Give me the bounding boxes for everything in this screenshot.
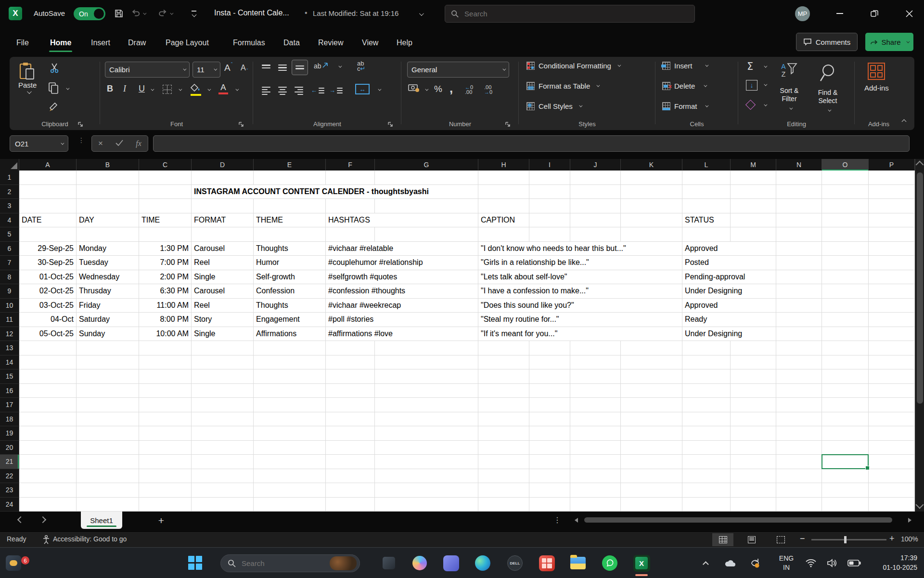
cell-I24[interactable]	[529, 498, 570, 512]
cell-M3[interactable]	[731, 199, 776, 213]
cell-E21[interactable]	[254, 455, 326, 469]
tab-data[interactable]: Data	[282, 36, 302, 50]
cell-I16[interactable]	[529, 384, 570, 398]
cell-B14[interactable]	[77, 355, 139, 370]
restore-button[interactable]	[860, 0, 888, 27]
cell-B16[interactable]	[77, 384, 139, 398]
dell-app-button[interactable]: DELL	[505, 553, 525, 573]
widgets-button[interactable]: 6	[4, 553, 23, 573]
cell-K15[interactable]	[621, 369, 682, 384]
name-box[interactable]: O21	[10, 135, 68, 152]
fill-button[interactable]: ↓	[746, 80, 757, 91]
language-indicator[interactable]: ENGIN	[776, 554, 797, 572]
column-header-P[interactable]: P	[869, 159, 915, 171]
cell-I23[interactable]	[529, 483, 570, 498]
merge-center-button[interactable]: ↔	[355, 84, 370, 94]
zoom-slider[interactable]	[811, 539, 886, 540]
cell-M15[interactable]	[731, 369, 776, 384]
cell-K13[interactable]	[621, 341, 682, 355]
cell-title[interactable]: INSTAGRAM ACCOUNT CONTENT CALENDER - tho…	[192, 185, 478, 199]
cell-O24[interactable]	[822, 498, 869, 512]
cell-P14[interactable]	[869, 355, 915, 370]
column-header-K[interactable]: K	[621, 159, 682, 171]
cell-E16[interactable]	[254, 384, 326, 398]
cell-C15[interactable]	[139, 369, 192, 384]
cell-time-r7[interactable]: 7:00 PM	[139, 256, 192, 270]
cell-G22[interactable]	[375, 469, 478, 484]
cell-G24[interactable]	[375, 498, 478, 512]
cell-date-r11[interactable]: 04-Oct	[19, 313, 77, 327]
increase-decimal-button[interactable]: ←0.00	[465, 85, 473, 94]
cell-H17[interactable]	[478, 398, 529, 412]
cell-A20[interactable]	[19, 441, 77, 455]
cell-O6[interactable]	[822, 242, 869, 256]
cell-theme-r8[interactable]: Self-growth	[254, 270, 326, 285]
alignment-dialog-launcher-icon[interactable]	[387, 121, 394, 128]
cell-E24[interactable]	[254, 498, 326, 512]
align-right-button[interactable]	[295, 87, 303, 95]
cell-J22[interactable]	[570, 469, 621, 484]
close-button[interactable]	[895, 0, 923, 27]
cell-O3[interactable]	[822, 199, 869, 213]
comma-style-button[interactable]: ,	[449, 81, 453, 96]
cell-L15[interactable]	[682, 369, 731, 384]
cell-F18[interactable]	[326, 412, 375, 427]
cell-K17[interactable]	[621, 398, 682, 412]
cell-G23[interactable]	[375, 483, 478, 498]
cell-O16[interactable]	[822, 384, 869, 398]
column-header-format[interactable]: FORMAT	[192, 213, 254, 228]
clipboard-dialog-launcher-icon[interactable]	[77, 121, 84, 128]
percent-style-button[interactable]: %	[434, 84, 442, 94]
next-sheet-icon[interactable]	[39, 516, 46, 523]
number-dialog-launcher-icon[interactable]	[504, 121, 511, 128]
undo-icon[interactable]	[131, 7, 145, 20]
cell-F17[interactable]	[326, 398, 375, 412]
cell-I22[interactable]	[529, 469, 570, 484]
cell-date-r9[interactable]: 02-Oct-25	[19, 284, 77, 299]
cut-button[interactable]	[49, 63, 60, 75]
cell-A18[interactable]	[19, 412, 77, 427]
enter-formula-icon[interactable]	[116, 139, 123, 148]
cell-M19[interactable]	[731, 426, 776, 441]
font-color-chevron-icon[interactable]	[235, 88, 239, 91]
cell-L14[interactable]	[682, 355, 731, 370]
cell-G21[interactable]	[375, 455, 478, 469]
cell-P12[interactable]	[869, 327, 915, 342]
cell-C22[interactable]	[139, 469, 192, 484]
align-center-button[interactable]	[278, 87, 287, 95]
cell-M16[interactable]	[731, 384, 776, 398]
row-header-18[interactable]: 18	[0, 412, 19, 427]
cell-L23[interactable]	[682, 483, 731, 498]
cell-A15[interactable]	[19, 369, 77, 384]
cell-B22[interactable]	[77, 469, 139, 484]
wrap-text-button[interactable]: abc↵	[357, 61, 365, 71]
autosave-toggle[interactable]: On	[74, 7, 105, 20]
cell-C14[interactable]	[139, 355, 192, 370]
tab-home[interactable]: Home	[48, 36, 73, 50]
format-cells-button[interactable]: Format	[662, 102, 707, 110]
cell-K4[interactable]	[621, 213, 682, 228]
borders-button[interactable]	[163, 85, 172, 94]
cell-F23[interactable]	[326, 483, 375, 498]
cell-D20[interactable]	[192, 441, 254, 455]
edge-button[interactable]	[473, 553, 492, 573]
paste-button[interactable]: Paste	[18, 62, 37, 94]
column-header-J[interactable]: J	[570, 159, 621, 171]
cell-D3[interactable]	[192, 199, 254, 213]
scroll-down-icon[interactable]	[916, 501, 924, 509]
cell-M4[interactable]	[731, 213, 776, 228]
whatsapp-button[interactable]	[600, 553, 619, 573]
cell-caption-r9[interactable]: "I have a confession to make..."	[478, 284, 682, 299]
search-highlight-image[interactable]	[330, 556, 357, 570]
cell-C20[interactable]	[139, 441, 192, 455]
cell-D13[interactable]	[192, 341, 254, 355]
column-header-F[interactable]: F	[326, 159, 375, 171]
row-header-22[interactable]: 22	[0, 469, 19, 484]
task-view-button[interactable]	[379, 553, 398, 573]
search-input[interactable]	[463, 9, 689, 18]
cell-L21[interactable]	[682, 455, 731, 469]
cell-D15[interactable]	[192, 369, 254, 384]
cell-caption-r6[interactable]: "I don't know who needs to hear this but…	[478, 242, 682, 256]
vertical-scrollbar[interactable]	[915, 159, 924, 512]
cell-C18[interactable]	[139, 412, 192, 427]
